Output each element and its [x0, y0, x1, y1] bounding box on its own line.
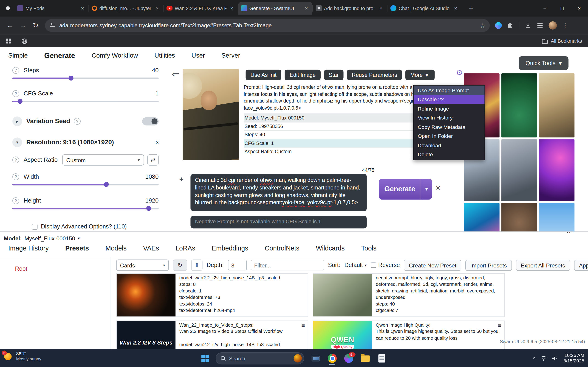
- browser-tab-active[interactable]: Generate - SwarmUI ×: [238, 2, 312, 15]
- history-thumbnail[interactable]: [539, 73, 574, 137]
- width-value[interactable]: 1080: [145, 173, 158, 180]
- steps-slider[interactable]: [12, 76, 159, 81]
- menu-item-use-as-image-prompt[interactable]: Use As Image Prompt: [414, 86, 485, 95]
- export-all-presets-button[interactable]: Export All Presets: [516, 260, 570, 270]
- profile-avatar[interactable]: [549, 21, 557, 30]
- wifi-icon[interactable]: [540, 356, 547, 361]
- taskbar-app-desktop[interactable]: [311, 353, 320, 364]
- tab-models[interactable]: Models: [105, 244, 127, 252]
- more-button[interactable]: More ▼: [405, 70, 434, 80]
- globe-bookmark-icon[interactable]: [21, 38, 27, 44]
- folder-root[interactable]: Root: [15, 266, 27, 272]
- tab-close-icon[interactable]: ×: [453, 5, 459, 11]
- generate-button[interactable]: Generate: [379, 179, 421, 200]
- metadata-cfg-row[interactable]: CFG Scale: 1: [244, 139, 413, 148]
- reverse-checkbox[interactable]: [371, 262, 376, 268]
- sort-select[interactable]: Default ▾: [344, 262, 367, 268]
- view-mode-select[interactable]: Cards ▾: [116, 259, 169, 271]
- browser-tab[interactable]: My Pods ×: [14, 2, 88, 15]
- interrupt-button[interactable]: ×: [436, 184, 440, 192]
- tab-search-icon[interactable]: [6, 6, 10, 10]
- history-thumbnail[interactable]: [464, 203, 500, 232]
- edit-image-button[interactable]: Edit Image: [285, 70, 321, 80]
- browser-tab[interactable]: diffusion_mo... - Jupyter ×: [89, 2, 163, 15]
- menu-item-open-in-folder[interactable]: Open In Folder: [414, 132, 485, 141]
- help-icon[interactable]: ?: [74, 118, 81, 125]
- depth-input[interactable]: [228, 260, 247, 270]
- import-presets-button[interactable]: Import Presets: [465, 260, 512, 270]
- card-menu-icon[interactable]: ≡: [301, 322, 305, 329]
- nav-tab-comfy-workflow[interactable]: Comfy Workflow: [92, 52, 138, 60]
- prompt-input[interactable]: Cinematic 3d cgi render of ohwx man, wal…: [190, 174, 367, 211]
- expand-icon[interactable]: ▸: [12, 117, 22, 126]
- new-tab-button[interactable]: +: [466, 4, 476, 13]
- create-new-preset-button[interactable]: Create New Preset: [404, 260, 461, 270]
- close-window-button[interactable]: ×: [571, 0, 588, 17]
- reverse-option[interactable]: Reverse: [371, 262, 400, 268]
- tab-close-icon[interactable]: ×: [229, 5, 235, 11]
- collapse-params-icon[interactable]: ⇐: [172, 69, 179, 79]
- swap-dimensions-button[interactable]: ⇄: [147, 154, 158, 166]
- advanced-options-checkbox[interactable]: [32, 224, 37, 229]
- upload-button[interactable]: ⇧: [191, 259, 203, 271]
- hidden-icons-chevron[interactable]: ^: [533, 356, 535, 361]
- apps-grid-icon[interactable]: [6, 39, 11, 43]
- variation-seed-toggle[interactable]: [142, 117, 159, 125]
- preset-card[interactable]: model: wan2.2_t2v_high_noise_14B_fp8_sca…: [116, 273, 308, 317]
- tune-icon[interactable]: [536, 22, 543, 29]
- cfg-value[interactable]: 1: [155, 90, 159, 97]
- extension-icon[interactable]: [495, 22, 502, 29]
- nav-tab-server[interactable]: Server: [221, 52, 240, 60]
- site-info-icon[interactable]: [50, 23, 56, 28]
- menu-item-copy-raw-metadata[interactable]: Copy Raw Metadata: [414, 123, 485, 132]
- taskbar-app-messages[interactable]: 9+: [344, 353, 354, 364]
- height-slider[interactable]: [12, 206, 159, 211]
- reuse-parameters-button[interactable]: Reuse Parameters: [347, 70, 402, 80]
- nav-tab-utilities[interactable]: Utilities: [154, 52, 175, 60]
- steps-value[interactable]: 40: [152, 67, 159, 74]
- weather-widget[interactable]: 6 86°F Mostly sunny: [3, 351, 41, 361]
- aspect-ratio-select[interactable]: Custom ▾: [62, 154, 144, 166]
- gear-icon[interactable]: ⚙: [456, 68, 463, 77]
- quick-tools-button[interactable]: Quick Tools ▾: [519, 56, 569, 70]
- menu-item-upscale-2x[interactable]: Upscale 2x: [414, 95, 485, 104]
- filter-input[interactable]: [251, 260, 324, 270]
- help-icon[interactable]: ?: [12, 173, 19, 180]
- browser-menu-icon[interactable]: ⋮: [562, 22, 568, 29]
- reload-button[interactable]: ↻: [29, 21, 42, 30]
- apply-presets-button[interactable]: Apply Pr: [574, 260, 588, 270]
- volume-icon[interactable]: [552, 356, 558, 361]
- star-button[interactable]: Star: [324, 70, 344, 80]
- taskbar-clock[interactable]: 10:26 AM 8/15/2025: [563, 352, 584, 364]
- downloads-icon[interactable]: [525, 22, 531, 29]
- taskbar-app-chrome[interactable]: [327, 353, 337, 364]
- add-prompt-button[interactable]: +: [179, 175, 183, 184]
- use-as-init-button[interactable]: Use As Init: [246, 70, 281, 80]
- bookmark-star-icon[interactable]: ☆: [480, 22, 485, 29]
- all-bookmarks-button[interactable]: All Bookmarks: [542, 38, 582, 44]
- metadata-model-row[interactable]: Model: Myself_Flux-000150: [244, 114, 413, 122]
- maximize-button[interactable]: □: [553, 0, 571, 17]
- metadata-seed-row[interactable]: Seed: 199758356: [244, 122, 413, 131]
- tab-close-icon[interactable]: ×: [378, 5, 384, 11]
- url-text[interactable]: ada-moderators-sydney-capable.trycloudfl…: [59, 23, 480, 28]
- tab-wildcards[interactable]: Wildcards: [316, 244, 345, 252]
- minimize-button[interactable]: –: [536, 0, 553, 17]
- back-button[interactable]: ←: [4, 22, 17, 29]
- model-selector[interactable]: Model: Myself_Flux-000150 ▾: [4, 233, 80, 243]
- preview-image[interactable]: [183, 69, 239, 160]
- tab-vaes[interactable]: VAEs: [143, 244, 159, 252]
- tab-close-icon[interactable]: ×: [154, 5, 160, 11]
- tab-embeddings[interactable]: Embeddings: [212, 244, 248, 252]
- resolution-header[interactable]: ▾ Resolution: 9:16 (1080×1920) 3: [12, 138, 159, 147]
- browser-tab[interactable]: Add background to pro ×: [313, 2, 387, 15]
- history-thumbnail[interactable]: [502, 139, 537, 201]
- menu-item-refine-image[interactable]: Refine Image: [414, 104, 485, 113]
- history-thumbnail[interactable]: [502, 203, 537, 232]
- refresh-button[interactable]: ↻: [173, 259, 187, 271]
- preset-card[interactable]: QWEN High Quality Qwen Image High Qualit…: [313, 321, 505, 349]
- height-value[interactable]: 1920: [145, 197, 158, 204]
- menu-item-delete[interactable]: Delete: [414, 150, 485, 159]
- taskbar-app-explorer[interactable]: [360, 353, 370, 364]
- start-button[interactable]: [201, 355, 209, 362]
